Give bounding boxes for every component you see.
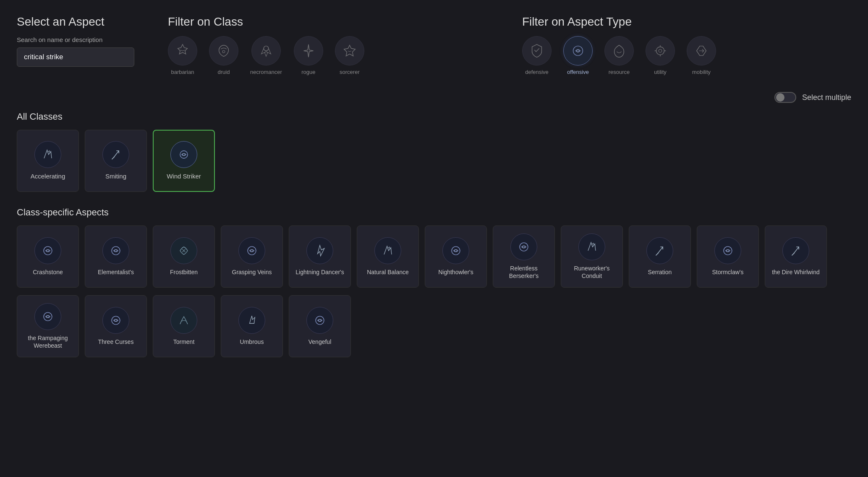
resource-label: resource — [609, 69, 630, 75]
rogue-label: rogue — [301, 69, 315, 75]
aspect-card-stormclaws[interactable]: Stormclaw's — [697, 225, 759, 288]
svg-point-12 — [248, 246, 256, 255]
stormclaws-name: Stormclaw's — [712, 268, 743, 276]
aspect-card-natural-balance[interactable]: Natural Balance — [357, 225, 419, 288]
class-filter-rogue[interactable]: rogue — [294, 36, 323, 75]
vengeful-icon — [306, 307, 333, 334]
svg-point-19 — [727, 249, 729, 252]
crashstone-svg — [40, 243, 55, 258]
druid-icon — [216, 43, 232, 59]
class-filter-barbarian[interactable]: barbarian — [168, 36, 197, 75]
svg-point-4 — [656, 47, 664, 55]
crashstone-name: Crashstone — [33, 268, 63, 276]
aspect-type-filter-group: defensive offensive — [522, 36, 851, 75]
aspect-card-grasping-veins[interactable]: Grasping Veins — [221, 225, 283, 288]
grasping-veins-icon — [238, 237, 265, 264]
class-specific-section: Class-specific Aspects Crashstone — [17, 207, 851, 357]
necromancer-icon — [258, 43, 274, 59]
runeworkers-conduit-name: Runeworker's Conduit — [566, 265, 617, 280]
search-input[interactable] — [17, 47, 134, 67]
the-rampaging-werebeast-svg — [40, 309, 55, 324]
relentless-berserkers-name: Relentless Berserker's — [498, 265, 549, 280]
toggle-knob — [776, 93, 784, 102]
sorcerer-label: sorcerer — [340, 69, 360, 75]
accelerating-icon-wrap — [34, 141, 61, 168]
aspect-type-utility[interactable]: utility — [646, 36, 675, 75]
druid-label: druid — [218, 69, 230, 75]
svg-point-15 — [455, 249, 457, 252]
frostbitten-svg — [176, 243, 191, 258]
stormclaws-icon — [714, 237, 741, 264]
necromancer-icon-circle — [251, 36, 281, 66]
utility-icon-circle — [646, 36, 675, 66]
svg-point-14 — [452, 246, 460, 255]
rogue-icon-circle — [294, 36, 323, 66]
aspect-card-relentless-berserkers[interactable]: Relentless Berserker's — [493, 225, 555, 288]
aspect-card-the-rampaging-werebeast[interactable]: the Rampaging Werebeast — [17, 295, 79, 357]
elementalists-icon — [102, 237, 129, 264]
wind-striker-name: Wind Striker — [167, 172, 201, 181]
nighthowlers-svg — [448, 243, 463, 258]
lightning-dancers-icon — [306, 237, 333, 264]
frostbitten-name: Frostbitten — [170, 268, 198, 276]
the-dire-whirlwind-name: the Dire Whirlwind — [772, 268, 820, 276]
aspect-card-torment[interactable]: Torment — [153, 295, 215, 357]
aspect-card-smiting[interactable]: Smiting — [85, 130, 147, 192]
aspect-type-resource[interactable]: resource — [604, 36, 634, 75]
grasping-veins-svg — [244, 243, 259, 258]
aspect-card-serration[interactable]: Serration — [629, 225, 691, 288]
aspect-card-lightning-dancers[interactable]: Lightning Dancer's — [289, 225, 351, 288]
natural-balance-svg — [380, 243, 395, 258]
svg-point-17 — [523, 246, 525, 248]
mobility-label: mobility — [692, 69, 711, 75]
aspect-card-runeworkers-conduit[interactable]: Runeworker's Conduit — [561, 225, 623, 288]
all-classes-title: All Classes — [17, 111, 851, 122]
utility-icon — [652, 43, 668, 59]
filter-aspect-title: Filter on Aspect Type — [522, 15, 851, 29]
select-multiple-toggle[interactable] — [774, 92, 796, 103]
aspect-card-elementalists[interactable]: Elementalist's — [85, 225, 147, 288]
svg-point-13 — [251, 249, 253, 252]
frostbitten-icon — [170, 237, 197, 264]
class-filter-necromancer[interactable]: necromancer — [250, 36, 282, 75]
mobility-icon-circle — [687, 36, 716, 66]
three-curses-name: Three Curses — [98, 338, 134, 346]
svg-point-2 — [573, 46, 583, 56]
aspect-card-nighthowlers[interactable]: Nighthowler's — [425, 225, 487, 288]
torment-icon — [170, 307, 197, 334]
aspect-type-defensive[interactable]: defensive — [522, 36, 552, 75]
torment-name: Torment — [173, 338, 195, 346]
aspect-type-mobility[interactable]: mobility — [687, 36, 716, 75]
page-title: Select an Aspect — [17, 15, 143, 29]
svg-point-11 — [115, 249, 117, 252]
aspect-card-three-curses[interactable]: Three Curses — [85, 295, 147, 357]
class-filter-sorcerer[interactable]: sorcerer — [335, 36, 364, 75]
svg-point-21 — [47, 315, 49, 317]
necromancer-label: necromancer — [250, 69, 282, 75]
aspect-card-frostbitten[interactable]: Frostbitten — [153, 225, 215, 288]
svg-point-5 — [659, 49, 662, 52]
defensive-icon-circle — [522, 36, 552, 66]
svg-point-1 — [264, 46, 268, 51]
all-classes-grid: Accelerating Smiting Wind Striker — [17, 130, 851, 192]
natural-balance-icon — [374, 237, 401, 264]
aspect-card-accelerating[interactable]: Accelerating — [17, 130, 79, 192]
barbarian-icon-circle — [168, 36, 197, 66]
svg-point-20 — [44, 312, 52, 321]
aspect-card-umbrous[interactable]: Umbrous — [221, 295, 283, 357]
search-label: Search on name or description — [17, 36, 143, 43]
accelerating-icon — [40, 147, 55, 162]
resource-icon-circle — [604, 36, 634, 66]
vengeful-name: Vengeful — [309, 338, 332, 346]
umbrous-name: Umbrous — [240, 338, 264, 346]
elementalists-name: Elementalist's — [98, 268, 134, 276]
aspect-card-the-dire-whirlwind[interactable]: the Dire Whirlwind — [765, 225, 827, 288]
aspect-card-wind-striker[interactable]: Wind Striker — [153, 130, 215, 192]
aspect-card-crashstone[interactable]: Crashstone — [17, 225, 79, 288]
defensive-label: defensive — [525, 69, 549, 75]
aspect-type-offensive[interactable]: offensive — [563, 36, 593, 75]
svg-point-16 — [520, 243, 528, 251]
aspect-card-vengeful[interactable]: Vengeful — [289, 295, 351, 357]
class-filter-druid[interactable]: druid — [209, 36, 238, 75]
stormclaws-svg — [720, 243, 735, 258]
